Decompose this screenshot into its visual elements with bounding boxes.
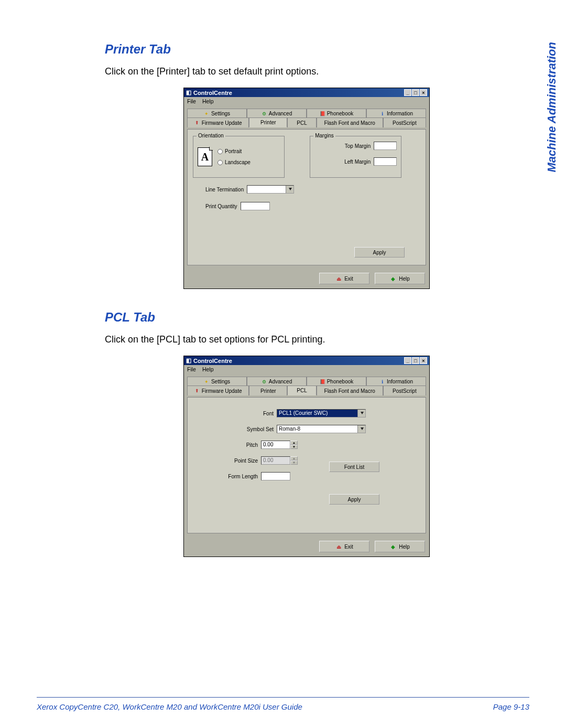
font-dropdown[interactable]: PCL1 (Courier SWC)	[277, 409, 366, 417]
minimize-button[interactable]: _	[404, 89, 411, 96]
exit-button[interactable]: ⏏Exit	[319, 273, 369, 284]
spin-up-icon[interactable]: ▲	[290, 456, 298, 461]
wrench-icon: ✦	[204, 379, 210, 384]
pitch-value: 0.00	[263, 442, 273, 447]
heading-printer-tab: Printer Tab	[105, 42, 508, 57]
help-button[interactable]: ◆Help	[375, 541, 425, 552]
tab-printer[interactable]: Printer	[249, 117, 287, 127]
tab-flash-label: Flash Font and Macro	[324, 120, 375, 126]
tab-phonebook-label: Phonebook	[327, 111, 354, 116]
left-margin-label: Left Margin	[344, 159, 371, 165]
footer-page-number: Page 9-13	[493, 702, 529, 711]
spin-up-icon[interactable]: ▲	[290, 441, 298, 445]
exit-label: Exit	[344, 276, 353, 282]
symbol-set-label: Symbol Set	[237, 426, 274, 432]
tab-firmware-update[interactable]: ⬆Firmware Update	[187, 386, 249, 395]
controlcentre-window-pcl: ◧ ControlCentre _ □ × File Help ✦Setting…	[183, 356, 430, 557]
menu-help[interactable]: Help	[202, 366, 214, 372]
help-icon: ◆	[390, 543, 396, 550]
tab-settings-label: Settings	[211, 111, 230, 116]
tab-firmware-label: Firmware Update	[202, 120, 242, 126]
tab-flash-font-macro[interactable]: Flash Font and Macro	[317, 117, 383, 127]
tab-advanced[interactable]: ⚙Advanced	[247, 377, 307, 386]
tab-pcl-label: PCL	[297, 388, 307, 393]
form-length-label: Form Length	[221, 474, 258, 479]
symbol-set-dropdown[interactable]: Roman-8	[277, 425, 366, 433]
tab-flash-font-macro[interactable]: Flash Font and Macro	[317, 386, 383, 395]
margins-group: Margins Top Margin Left Margin	[310, 136, 401, 178]
tab-pcl[interactable]: PCL	[287, 117, 316, 127]
tab-pcl[interactable]: PCL	[287, 386, 316, 395]
exit-button[interactable]: ⏏Exit	[319, 541, 369, 552]
book-icon: 📕	[320, 111, 325, 116]
tab-phonebook[interactable]: 📕Phonebook	[307, 377, 366, 386]
tab-information[interactable]: ℹInformation	[366, 377, 426, 386]
line-termination-label: Line Termination	[205, 187, 244, 192]
font-list-button[interactable]: Font List	[329, 462, 379, 472]
help-icon: ◆	[390, 275, 396, 282]
help-button[interactable]: ◆Help	[375, 273, 425, 284]
tab-settings-label: Settings	[211, 379, 230, 384]
tab-printer[interactable]: Printer	[249, 386, 287, 395]
print-quantity-input[interactable]	[241, 202, 270, 210]
tab-firmware-update[interactable]: ⬆Firmware Update	[187, 117, 249, 127]
line-termination-dropdown[interactable]	[247, 185, 294, 194]
tab-settings[interactable]: ✦Settings	[187, 109, 247, 118]
top-margin-label: Top Margin	[345, 143, 371, 149]
orientation-group: Orientation A Portrait Landscape	[193, 136, 285, 178]
radio-portrait-label: Portrait	[225, 148, 242, 154]
tab-advanced[interactable]: ⚙Advanced	[247, 109, 307, 118]
app-icon: ◧	[186, 89, 191, 96]
titlebar: ◧ ControlCentre _ □ ×	[184, 356, 429, 365]
radio-portrait[interactable]: Portrait	[217, 148, 251, 154]
pitch-label: Pitch	[221, 442, 258, 448]
desc-pcl-tab: Click on the [PCL] tab to set options fo…	[105, 334, 508, 345]
info-icon: ℹ	[379, 111, 385, 116]
radio-landscape[interactable]: Landscape	[217, 159, 251, 165]
pitch-spinner[interactable]: 0.00▲▼	[261, 441, 290, 449]
exit-label: Exit	[344, 544, 353, 550]
point-size-spinner[interactable]: 0.00▲▼	[261, 456, 290, 465]
margins-legend: Margins	[313, 133, 335, 138]
sidebar-label: Machine Administration	[545, 42, 559, 173]
wrench-icon: ✦	[204, 111, 210, 116]
point-size-label: Point Size	[221, 458, 258, 464]
spin-down-icon[interactable]: ▼	[290, 461, 298, 465]
close-button[interactable]: ×	[420, 357, 427, 364]
tab-postscript[interactable]: PostScript	[383, 386, 426, 395]
tab-information[interactable]: ℹInformation	[366, 109, 426, 118]
menu-file[interactable]: File	[187, 366, 196, 372]
form-length-input[interactable]	[261, 472, 290, 480]
top-margin-input[interactable]	[374, 142, 397, 150]
menu-help[interactable]: Help	[202, 98, 214, 104]
radio-landscape-label: Landscape	[225, 159, 251, 165]
exit-icon: ⏏	[335, 275, 342, 282]
orientation-legend: Orientation	[197, 133, 225, 138]
footer-rule	[37, 697, 529, 698]
tab-firmware-label: Firmware Update	[202, 388, 242, 394]
close-button[interactable]: ×	[420, 89, 427, 96]
symbol-value: Roman-8	[279, 426, 300, 432]
tab-advanced-label: Advanced	[269, 111, 292, 116]
menubar: File Help	[184, 97, 429, 105]
spin-down-icon[interactable]: ▼	[290, 445, 298, 449]
minimize-button[interactable]: _	[404, 357, 411, 364]
exit-icon: ⏏	[335, 543, 342, 550]
tab-phonebook-label: Phonebook	[327, 379, 354, 384]
left-margin-input[interactable]	[374, 157, 397, 166]
window-title: ControlCentre	[193, 90, 232, 96]
tab-phonebook[interactable]: 📕Phonebook	[307, 109, 366, 118]
maximize-button[interactable]: □	[412, 357, 419, 364]
tab-printer-label: Printer	[260, 120, 276, 125]
controlcentre-window-printer: ◧ ControlCentre _ □ × File Help ✦Setting…	[183, 88, 430, 289]
tab-postscript[interactable]: PostScript	[383, 117, 426, 127]
tab-information-label: Information	[387, 379, 413, 384]
apply-button[interactable]: Apply	[329, 494, 379, 505]
heading-pcl-tab: PCL Tab	[105, 310, 508, 325]
help-label: Help	[399, 276, 410, 282]
apply-button[interactable]: Apply	[354, 247, 405, 258]
info-icon: ℹ	[379, 379, 385, 384]
maximize-button[interactable]: □	[412, 89, 419, 96]
tab-settings[interactable]: ✦Settings	[187, 377, 247, 386]
menu-file[interactable]: File	[187, 98, 196, 104]
